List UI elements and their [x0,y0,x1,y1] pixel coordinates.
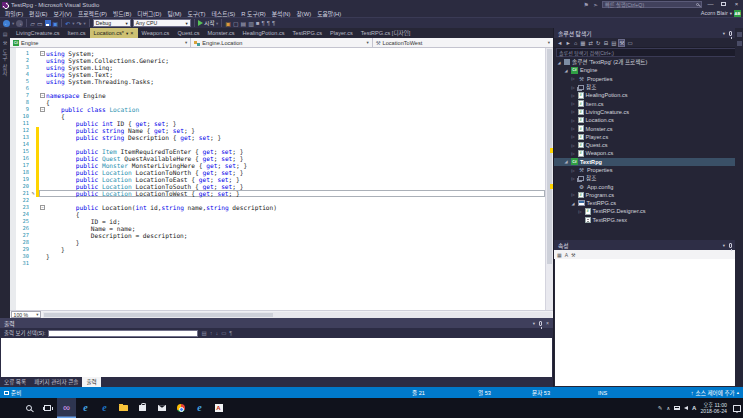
fold-margin[interactable] [39,134,46,141]
expander-icon[interactable]: ◢ [570,201,576,206]
ime-indicator[interactable]: A [692,405,696,411]
navigate-back-dropdown-icon[interactable] [12,20,14,27]
fold-margin[interactable]: − [39,106,46,113]
code-line[interactable]: 4using System.Text; [10,71,545,78]
code-line[interactable]: 12 public string Name { get; set; } [10,127,545,134]
tree-item[interactable]: ▷#Location.cs [554,116,743,124]
pin-icon[interactable] [729,243,732,248]
code-line[interactable]: 9− public class Location [10,106,545,113]
expander-icon[interactable]: ▷ [570,126,576,131]
preview-icon[interactable]: ▭ [627,40,632,46]
sync-with-active-document-icon[interactable]: ⇄ [588,40,593,46]
window-position-icon[interactable] [723,242,725,249]
taskbar-internet-explorer-2[interactable]: e [190,398,209,418]
expander-icon[interactable]: ▷ [570,101,576,106]
fold-margin[interactable] [39,197,46,204]
properties-icon[interactable]: ⚒ [619,40,624,46]
expander-icon[interactable]: ◢ [563,159,569,164]
show-all-files-icon[interactable]: ▤ [611,40,616,46]
taskbar-store[interactable] [133,398,152,418]
code-editor[interactable]: 1−using System;2using System.Collections… [10,48,553,310]
go-to-previous-icon[interactable]: ↑ [210,330,213,336]
editor-vertical-scrollbar[interactable] [545,48,553,310]
solution-platform-select[interactable]: Any CPU [133,19,191,27]
action-center-icon[interactable] [733,405,741,412]
properties-content[interactable] [555,259,742,386]
taskbar-chrome[interactable] [171,398,190,418]
collapse-region-icon[interactable]: − [40,51,45,56]
find-in-files-icon[interactable]: ▢ [233,20,239,27]
toolbox-tab[interactable]: 도구 상자 [1,49,9,77]
expander-icon[interactable]: ▷ [570,76,576,81]
tree-item[interactable]: ▷참조 [554,83,743,91]
document-tab[interactable]: Player.cs [326,28,357,38]
code-line[interactable]: 17 public Monster MonsterLivingHere { ge… [10,162,545,169]
scrollbar-thumb[interactable] [44,313,273,317]
menu-item[interactable]: 디버그(D) [134,9,164,18]
menu-item[interactable]: R 도구(R) [238,9,269,18]
expander-icon[interactable]: ▷ [570,118,576,123]
solution-search-input[interactable]: 솔루션 탐색기 검색(Ctrl+;) [556,48,741,57]
property-pages-icon[interactable]: ⚒ [571,252,575,258]
menu-item[interactable]: 파일(F) [2,9,26,18]
code-line[interactable]: 3using System.Linq; [10,64,545,71]
taskbar-search[interactable] [19,398,38,418]
properties-panel-header[interactable]: 속성 × [554,240,743,250]
menu-item[interactable]: 도움말(H) [314,9,344,18]
restore-button[interactable] [719,0,728,9]
add-to-source-control-button[interactable]: ↑ 소스 제어에 추가 ▴ [691,389,739,397]
home-icon[interactable]: ⌂ [574,40,577,46]
taskbar-file-explorer[interactable] [114,398,133,418]
editor-horizontal-scrollbar[interactable] [43,312,552,318]
code-line[interactable]: 13 public string Description { get; set;… [10,134,545,141]
fold-margin[interactable] [39,78,46,85]
go-to-next-icon[interactable]: ↓ [215,330,218,336]
code-line[interactable]: 28 } [10,239,545,246]
document-tab[interactable]: LivingCreature.cs [12,28,64,38]
pen-icon[interactable]: ✎ [658,405,663,411]
navigate-back-icon[interactable]: ← [3,20,10,27]
outdent-icon[interactable]: ¶ [267,20,270,26]
tree-item[interactable]: ▷⚒Properties [554,166,743,174]
fold-margin[interactable] [39,162,46,169]
redo-dropdown-icon[interactable] [84,20,86,27]
close-icon[interactable]: × [546,320,549,326]
expander-icon[interactable]: ◢ [556,60,562,65]
expander-icon[interactable]: ▷ [570,93,576,98]
fold-margin[interactable] [39,246,46,253]
tree-item[interactable]: TextRPG.resx [554,216,743,223]
tree-item[interactable]: ◢C#TextRpg [554,158,743,166]
switch-views-icon[interactable]: ▦ [580,40,585,46]
volume-icon[interactable] [684,406,688,410]
taskbar-start[interactable] [0,398,19,418]
document-tab[interactable]: TestRPG.cs [289,28,327,38]
code-line[interactable]: 18 public Location LocationToNorth { get… [10,169,545,176]
hidden-icons-chevron[interactable]: ∧ [666,405,670,411]
fold-margin[interactable] [39,148,46,155]
alphabetical-icon[interactable]: A [565,252,568,258]
code-line[interactable]: 29 } [10,246,545,253]
fold-margin[interactable] [39,113,46,120]
user-avatar[interactable]: AB [734,10,741,17]
taskbar-edge[interactable]: e [95,398,114,418]
code-line[interactable]: 6 [10,85,545,92]
undo-icon[interactable]: ↶ [65,20,70,27]
code-line[interactable]: 23− public Location(int id,string name,s… [10,204,545,211]
fold-margin[interactable] [39,260,46,267]
project-dropdown[interactable]: C# Engine [10,38,191,47]
code-line[interactable]: 16 public Quest QuestAvailableHere { get… [10,155,545,162]
code-line[interactable]: 10 { [10,113,545,120]
code-line[interactable]: 19 public Location LocationToEast { get;… [10,176,545,183]
taskbar-mail[interactable] [152,398,171,418]
menu-item[interactable]: 보기(V) [50,9,74,18]
undo-dropdown-icon[interactable] [72,20,74,27]
navigate-forward-icon[interactable]: → [16,20,23,27]
document-tab[interactable]: Location.cs*× [90,28,138,38]
expander-icon[interactable]: ▷ [570,143,576,148]
fold-margin[interactable]: − [39,50,46,57]
tree-item[interactable]: ▷⚒Properties [554,75,743,83]
tree-item[interactable]: ◢TextRPG.cs [554,199,743,207]
output-panel-header[interactable]: 출력 × [0,318,553,328]
menu-item[interactable]: 팀(M) [164,9,184,18]
code-line[interactable]: 24 { [10,211,545,218]
